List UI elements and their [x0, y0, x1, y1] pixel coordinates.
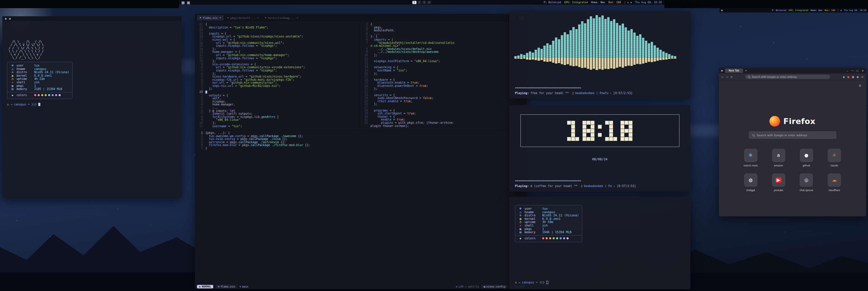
minimize-button[interactable]: —	[851, 69, 854, 72]
forward-button[interactable]: →	[726, 76, 728, 79]
list-tabs-icon[interactable]: ⌄	[846, 69, 848, 72]
editor-tab-hosts-isoImag-[interactable]: ❄hosts/isoImag...×	[262, 15, 301, 21]
launcher-icon[interactable]: ▣	[187, 0, 190, 5]
reload-button[interactable]: ↻	[731, 76, 733, 79]
terminal-cursor	[546, 281, 548, 284]
back-button[interactable]: ←	[721, 76, 724, 79]
user-icon: ☻	[10, 64, 14, 67]
visualizer-bar	[535, 50, 537, 60]
clock-status[interactable]: Thu Aug 08, 18:18	[635, 1, 662, 4]
editor-tab-flake-nix[interactable]: ❄flake.nix×	[197, 15, 224, 21]
workspace-button-2[interactable]: 2	[417, 1, 421, 4]
tab-close-icon[interactable]: ×	[297, 16, 298, 19]
workspace-button-4[interactable]: 4	[427, 1, 431, 4]
code-line: 21 description = "tux's NixOS Flake";	[195, 26, 360, 29]
vim-icon: ◆	[199, 285, 200, 288]
close-button[interactable]: ×	[862, 69, 864, 72]
shell-prompt[interactable]: ⌂→canopus~)))	[7, 103, 177, 106]
tray-icon[interactable]: ♪	[838, 9, 839, 11]
extension-icon[interactable]: ◉	[857, 76, 859, 79]
shortcut-tile-search-nixos[interactable]: ❄search.nixos	[744, 149, 758, 167]
code-line: 3 modulesPath,	[360, 29, 527, 32]
fetch-label: uptime	[17, 77, 32, 81]
extension-icon[interactable]: ≡	[861, 76, 863, 79]
tray-icon[interactable]: ♪	[624, 1, 625, 4]
launcher-icon[interactable]: ▣	[9, 17, 10, 20]
gpu-status[interactable]: GPU: Integrated	[564, 1, 588, 4]
terminal-palette-dots	[34, 93, 61, 97]
visualizer-bar-bottom	[642, 58, 644, 64]
workspace-button-3[interactable]: 3	[422, 1, 426, 4]
prompt-chevrons: )))	[539, 281, 545, 284]
repo-chip[interactable]: ◉ nixos-config	[482, 285, 507, 288]
battery-status[interactable]: Bat: 100	[825, 9, 835, 11]
network-latency-status[interactable]: Home: 8ms	[591, 1, 605, 4]
terminal-window-fetch-left[interactable]: /\ \_ _ /\ _/ /\ / /\ \ v \/ \/ \/ \ / /…	[2, 21, 182, 198]
shortcut-tile-chatgpt[interactable]: ◍chatgpt	[744, 173, 757, 192]
clock-window[interactable]: 08/08/24 ===============================…	[509, 105, 690, 192]
shell-prompt[interactable]: ⌂→canopus~)))	[515, 281, 548, 284]
fetch-label: distro	[17, 70, 32, 74]
clock-status[interactable]: Thu Aug 08, 18:18	[844, 9, 866, 11]
power-profile-status[interactable]: P: Balanced	[772, 9, 786, 11]
visualizer-window[interactable]: =====================================> P…	[509, 11, 690, 99]
extension-icon[interactable]: ◆	[843, 76, 845, 79]
git-branch[interactable]: ⌥ main	[239, 285, 248, 288]
shortcut-tile-chat-openai[interactable]: ◎chat.openai	[800, 173, 813, 192]
new-tab-button[interactable]: +	[745, 69, 747, 72]
launcher-icon[interactable]: ▦	[5, 17, 6, 20]
digit-cell	[587, 125, 590, 129]
file-chip[interactable]: ❄ flake.nix	[216, 285, 237, 288]
launcher-icon[interactable]: ▦	[721, 9, 723, 11]
tab-label: hosts/isoImag...	[268, 16, 294, 20]
power-profile-status[interactable]: P: Balanced	[544, 1, 561, 4]
url-bar[interactable]: Search with Google or enter address	[745, 75, 830, 79]
tray-icon[interactable]: ◆	[630, 1, 632, 4]
line-number: 7	[195, 69, 203, 72]
battery-status[interactable]: Bat: 100	[608, 1, 621, 4]
tab-close-icon[interactable]: ×	[257, 16, 259, 19]
shortcut-tile-github[interactable]: ●github	[800, 149, 813, 167]
code-line: 9 ../../modules/nixos/desktop/awesome	[360, 51, 527, 54]
tab-close-icon[interactable]: ×	[220, 16, 221, 19]
visualizer-bar	[526, 53, 528, 59]
workspace-button-1[interactable]: 1	[412, 1, 416, 4]
visualizer-bar	[604, 19, 607, 69]
digit-cell	[575, 121, 579, 124]
shortcut-tile-claude[interactable]: ✳claude	[828, 149, 841, 167]
tray-icon[interactable]: ◆	[840, 9, 842, 11]
clock-digit	[598, 121, 602, 141]
digit-cell	[591, 125, 594, 129]
gear-icon[interactable]: ⚙	[859, 84, 861, 88]
maximize-button[interactable]: ▢	[857, 69, 859, 72]
browser-tab-new-tab[interactable]: New Tab	[725, 68, 743, 73]
shortcut-tile-amazon[interactable]: aamazon	[772, 149, 785, 167]
system-tray[interactable]: ♪◆	[838, 9, 842, 11]
code-pane-packages[interactable]: 1{pkgs, ...}: {1 tux-awesome-wm-config =…	[195, 130, 527, 284]
digit-cell	[567, 125, 571, 129]
editor-tab-pkgs-default-[interactable]: ❄pkgs/default...×	[224, 15, 261, 21]
code-pane-flake[interactable]: 22{21 description = "tux's NixOS Flake";…	[195, 22, 360, 130]
visualizer-bar-bottom	[532, 58, 534, 60]
terminal-window-fetch-right[interactable]: ☻usertux⌂hnamecanopus❄distroNixOS 24.11 …	[509, 197, 690, 289]
system-tray[interactable]: ♪⇅◆	[624, 1, 631, 4]
code-line: 25 rtkit.enable = true;	[360, 100, 527, 103]
digit-cell	[598, 129, 602, 133]
nix-icon: ❄	[199, 16, 201, 19]
shortcut-tile-youtube[interactable]: ▶youtube	[772, 173, 785, 192]
firefox-view-icon[interactable]: ◆	[721, 69, 723, 72]
network-latency-status[interactable]: Home: 6ms	[811, 9, 823, 11]
shortcut-tile-cloudflare[interactable]: ☁cloudflare	[828, 173, 841, 192]
digit-cell	[598, 137, 602, 141]
gpu-status[interactable]: GPU: Integrated	[788, 9, 808, 11]
extension-icon[interactable]: ●	[847, 76, 849, 79]
hname-icon: ⌂	[10, 67, 14, 71]
code-line: 4 home-manager,	[195, 103, 360, 106]
prompt-chevrons: )))	[31, 103, 36, 106]
launcher-icon[interactable]: ▦	[182, 0, 185, 5]
tray-icon[interactable]: ⇅	[627, 1, 629, 4]
home-search-bar[interactable]: Search with Google or enter address	[749, 131, 836, 139]
code-pane-iso[interactable]: 1{2 pkgs,3 modulesPath,4 ...5}: {6 impor…	[360, 22, 527, 130]
extension-icon[interactable]: ▦	[852, 76, 855, 79]
bar-left-icons: ▦▣	[179, 0, 192, 5]
